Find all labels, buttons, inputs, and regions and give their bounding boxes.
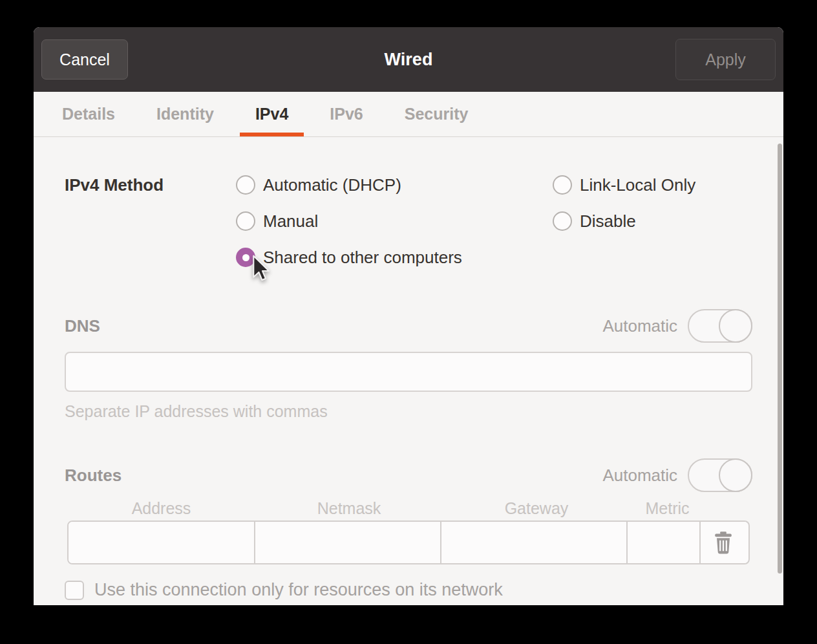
radio-icon[interactable]	[553, 175, 572, 195]
ipv4-page: IPv4 Method Automatic (DHCP) Manual Shar…	[34, 137, 783, 605]
tab-bar: Details Identity IPv4 IPv6 Security	[34, 92, 783, 137]
tab-identity[interactable]: Identity	[141, 92, 229, 136]
method-options-column-2: Link-Local Only Disable	[553, 175, 752, 268]
route-row	[67, 521, 750, 564]
routes-automatic-group: Automatic	[602, 458, 752, 492]
vertical-scrollbar[interactable]	[778, 144, 782, 574]
route-gateway-input[interactable]	[441, 522, 628, 563]
tab-ipv4[interactable]: IPv4	[240, 92, 304, 136]
toggle-knob	[719, 458, 752, 492]
radio-label: Shared to other computers	[263, 248, 462, 268]
route-netmask-input[interactable]	[255, 522, 441, 563]
network-resources-option: Use this connection only for resources o…	[65, 580, 752, 600]
radio-label: Automatic (DHCP)	[263, 175, 401, 195]
radio-label: Manual	[263, 211, 318, 231]
window-title: Wired	[34, 50, 783, 70]
checkbox-unchecked-icon[interactable]	[65, 581, 84, 600]
radio-icon[interactable]	[553, 211, 572, 231]
radio-label: Disable	[580, 211, 636, 231]
dns-automatic-label: Automatic	[602, 316, 677, 336]
method-options-column-1: Automatic (DHCP) Manual Shared to other …	[236, 175, 553, 268]
column-header-address: Address	[67, 499, 255, 518]
routes-automatic-toggle[interactable]	[688, 458, 752, 492]
dns-label: DNS	[65, 316, 100, 336]
radio-selected-icon[interactable]	[236, 248, 255, 267]
wired-settings-dialog: Cancel Wired Apply Details Identity IPv4…	[34, 27, 783, 605]
routes-column-headers: Address Netmask Gateway Metric	[67, 499, 750, 518]
cancel-button[interactable]: Cancel	[41, 39, 128, 80]
routes-section-header: Routes Automatic	[65, 458, 752, 492]
dns-automatic-group: Automatic	[602, 309, 752, 343]
radio-icon[interactable]	[236, 175, 255, 195]
column-header-metric: Metric	[630, 499, 705, 518]
routes-label: Routes	[65, 466, 122, 486]
delete-route-button[interactable]	[701, 522, 746, 563]
apply-button[interactable]: Apply	[675, 39, 776, 80]
dns-automatic-toggle[interactable]	[688, 309, 752, 343]
tab-ipv6[interactable]: IPv6	[314, 92, 378, 136]
trash-icon	[713, 531, 734, 554]
dns-section-header: DNS Automatic	[65, 309, 752, 343]
column-header-netmask: Netmask	[255, 499, 443, 518]
route-metric-input[interactable]	[628, 522, 701, 563]
ipv4-method-group: IPv4 Method Automatic (DHCP) Manual Shar…	[65, 175, 752, 268]
radio-option-shared[interactable]: Shared to other computers	[236, 247, 553, 268]
radio-option-disable[interactable]: Disable	[553, 211, 752, 231]
route-address-input[interactable]	[69, 522, 255, 563]
dns-helper-text: Separate IP addresses with commas	[65, 402, 752, 421]
header-bar: Cancel Wired Apply	[34, 27, 783, 92]
checkbox-label: Use this connection only for resources o…	[94, 580, 503, 600]
radio-label: Link-Local Only	[580, 175, 695, 195]
toggle-knob	[719, 309, 752, 343]
ipv4-method-label: IPv4 Method	[65, 175, 236, 268]
radio-option-link-local[interactable]: Link-Local Only	[553, 175, 752, 195]
radio-option-manual[interactable]: Manual	[236, 211, 553, 231]
dns-input[interactable]	[65, 352, 752, 392]
tab-details[interactable]: Details	[47, 92, 131, 136]
column-header-gateway: Gateway	[443, 499, 630, 518]
radio-icon[interactable]	[236, 211, 255, 231]
radio-option-automatic-dhcp[interactable]: Automatic (DHCP)	[236, 175, 553, 195]
routes-automatic-label: Automatic	[602, 466, 677, 486]
tab-security[interactable]: Security	[389, 92, 484, 136]
